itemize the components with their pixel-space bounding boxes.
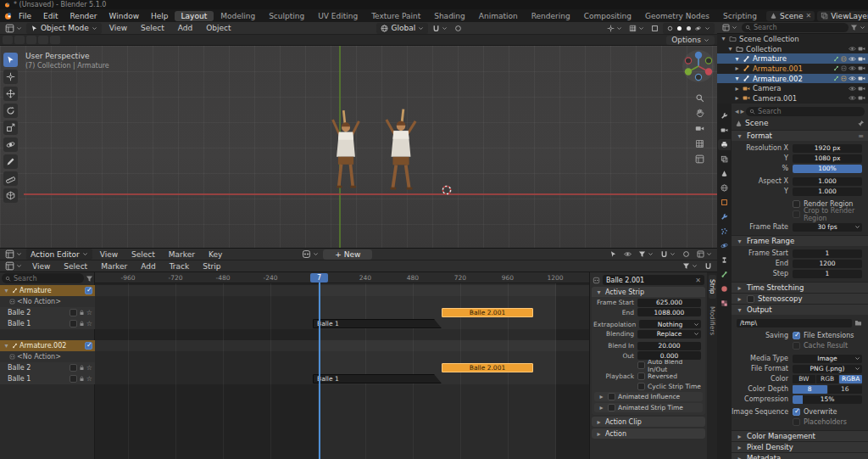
blend-out-field[interactable]: 0.000 [637, 351, 701, 360]
viewlayer-selector[interactable]: ViewLayer ✕ [817, 11, 868, 21]
output-path-field[interactable]: /tmp\ [737, 319, 852, 327]
gizmos-dropdown[interactable] [604, 23, 625, 34]
animated-influence-header[interactable]: ▸Animated Influence [594, 392, 703, 401]
tool-select-box[interactable] [3, 53, 18, 67]
zoom-icon[interactable] [695, 93, 704, 103]
group-enable-checkbox[interactable] [85, 342, 92, 350]
camera-view-icon[interactable] [695, 124, 704, 133]
tool-measure[interactable] [3, 171, 18, 186]
eye-icon[interactable] [849, 55, 856, 63]
tool-option-icon[interactable] [14, 36, 25, 44]
lock-icon[interactable] [79, 376, 85, 382]
blending-dropdown[interactable]: Replace [637, 330, 701, 339]
only-selected-toggle[interactable] [607, 249, 620, 260]
tool-option-icon[interactable] [50, 36, 60, 44]
animated-strip-time-header[interactable]: ▸Animated Strip Time [594, 403, 703, 412]
aspect-x-field[interactable]: 1.000 [793, 177, 862, 186]
expand-icon[interactable]: ▾ [733, 75, 741, 82]
tab-object[interactable] [718, 197, 731, 208]
frame-rate-dropdown[interactable]: 30 fps [793, 223, 862, 232]
editor-type-button[interactable] [3, 249, 25, 260]
tab-render[interactable] [718, 125, 731, 136]
nla-track-no-action[interactable]: <No Action> [0, 296, 95, 307]
file-extensions-checkbox[interactable] [793, 332, 800, 339]
solo-star-icon[interactable]: ☆ [86, 310, 92, 316]
frame-start-field[interactable]: 625.000 [637, 299, 701, 307]
filter-dropdown[interactable] [636, 249, 656, 260]
crop-render-region-checkbox[interactable] [793, 210, 800, 218]
dopesheet-menu-marker[interactable]: Marker [163, 250, 201, 259]
eye-icon[interactable] [849, 94, 856, 102]
action-clip-panel-header[interactable]: ▸Action Clip [592, 417, 705, 427]
expand-icon[interactable]: ▾ [3, 287, 10, 294]
clear-name-icon[interactable]: ✕ [695, 277, 701, 284]
presets-menu-icon[interactable]: ≡ [858, 132, 864, 140]
nla-track-balle2[interactable]: Balle 2 ☆ [0, 307, 95, 318]
solo-star-icon[interactable]: ☆ [86, 365, 92, 372]
resolution-x-field[interactable]: 1920 px [793, 144, 862, 153]
extrapolation-dropdown[interactable]: Nothing [639, 320, 701, 328]
expand-icon[interactable]: ▸ [733, 64, 741, 72]
workspace-tab-geometry-nodes[interactable]: Geometry Nodes [638, 11, 716, 21]
scene-selector[interactable]: Scene ✕ [766, 11, 815, 21]
dopesheet-menu-key[interactable]: Key [203, 250, 228, 259]
armature-character-2[interactable] [383, 105, 419, 204]
transform-orientation-dropdown[interactable]: Global [376, 23, 428, 34]
expand-icon[interactable]: ▾ [733, 55, 741, 63]
proportional-editing-toggle[interactable] [452, 23, 465, 34]
unlink-scene-icon[interactable]: ✕ [805, 12, 811, 20]
viewport-menu-select[interactable]: Select [135, 24, 170, 32]
outliner-row-scene-collection[interactable]: ▾ Scene Collection [717, 34, 868, 44]
nla-menu-view[interactable]: View [26, 262, 56, 271]
tool-cursor[interactable] [3, 70, 18, 84]
snap-toggle[interactable] [430, 23, 450, 34]
workspace-tab-rendering[interactable]: Rendering [525, 11, 577, 21]
current-frame-badge[interactable]: 7 [310, 273, 328, 283]
aspect-y-field[interactable]: 1.000 [793, 188, 862, 196]
expand-icon[interactable]: ▸ [733, 94, 741, 102]
nla-menu-marker[interactable]: Marker [95, 262, 133, 271]
placeholders-checkbox[interactable] [793, 418, 800, 426]
nla-snap-toggle[interactable] [702, 260, 715, 271]
nla-track-balle1[interactable]: Balle 1 ☆ [0, 373, 95, 384]
show-hidden-toggle[interactable] [621, 249, 634, 260]
expand-icon[interactable]: ▾ [3, 342, 10, 350]
tab-strip[interactable]: Strip [709, 275, 716, 299]
output-panel-header[interactable]: ▾ Output [732, 304, 868, 315]
solo-star-icon[interactable]: ☆ [86, 376, 92, 383]
viewport-menu-view[interactable]: View [103, 24, 133, 32]
nla-group-armature[interactable]: ▾ Armature [0, 285, 95, 296]
pixel-density-panel-header[interactable]: ▸ Pixel Density [732, 441, 868, 452]
nla-strip-balle1[interactable]: Balle 1 [313, 374, 442, 383]
menu-render[interactable]: Render [64, 12, 103, 20]
nav-forward-icon[interactable]: ▸ [741, 107, 745, 115]
frame-end-field[interactable]: 1088.000 [637, 308, 701, 316]
frame-start-field[interactable]: 1 [793, 249, 862, 258]
tab-physics[interactable] [718, 240, 731, 251]
frame-range-panel-header[interactable]: ▾ Frame Range [732, 235, 868, 246]
track-mute-checkbox[interactable] [70, 320, 77, 327]
workspace-tab-compositing[interactable]: Compositing [577, 11, 638, 21]
pan-hand-icon[interactable] [695, 109, 704, 118]
dopesheet-menu-select[interactable]: Select [125, 250, 161, 259]
action-panel-header[interactable]: ▸Action [592, 428, 705, 439]
overwrite-checkbox[interactable] [793, 408, 800, 416]
properties-search-input[interactable] [758, 108, 861, 115]
render-camera-icon[interactable] [858, 64, 865, 72]
outliner-row-armature[interactable]: ▾ Armature [717, 53, 868, 64]
color-bw-option[interactable]: BW [793, 375, 815, 383]
animated-influence-checkbox[interactable] [608, 393, 615, 400]
depth-16-option[interactable]: 16 [828, 385, 863, 394]
lock-icon[interactable] [79, 321, 85, 327]
solid-shading-icon[interactable] [676, 25, 682, 31]
nla-timeline[interactable]: -960 -720 -480 -240 240 480 720 960 1200… [95, 272, 589, 459]
timeline-ruler[interactable]: -960 -720 -480 -240 240 480 720 960 1200 [95, 272, 589, 283]
tool-annotate[interactable] [3, 154, 18, 169]
workspace-tab-shading[interactable]: Shading [427, 11, 472, 21]
blender-logo[interactable] [3, 11, 13, 20]
tab-constraints[interactable] [718, 255, 731, 266]
workspace-tab-layout[interactable]: Layout [175, 11, 214, 21]
mode-dropdown[interactable]: Object Mode [26, 23, 102, 34]
channel-search-field[interactable] [2, 273, 84, 283]
expand-icon[interactable]: ▾ [720, 35, 727, 42]
